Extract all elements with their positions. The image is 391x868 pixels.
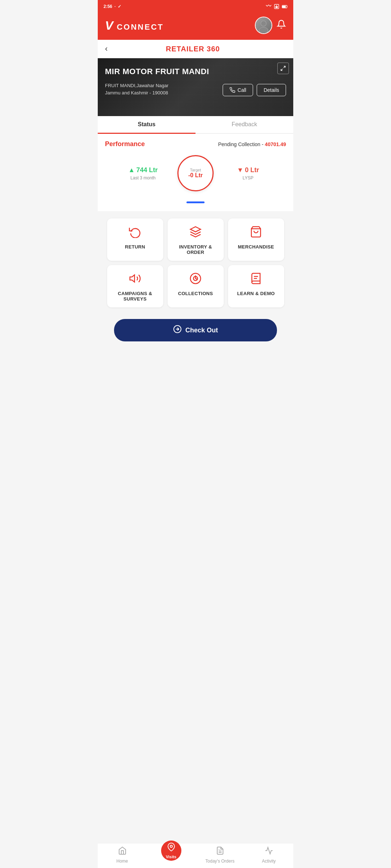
action-collections[interactable]: COLLECTIONS [168,265,224,307]
tab-feedback[interactable]: Feedback [196,116,293,134]
back-button[interactable]: ‹ [105,44,108,54]
expand-button[interactable] [277,63,289,74]
progress-indicator [105,199,286,208]
action-campaigns-surveys[interactable]: CAMPAIGNS & SURVEYS [107,265,163,307]
metric-744-label: Last 3 month [109,175,177,180]
checkout-section: Check Out [98,319,293,352]
call-button[interactable]: Call [223,84,253,96]
svg-rect-1 [276,6,278,8]
app-logo: V CONNECT [105,18,164,33]
return-icon [129,226,141,241]
action-grid: RETURN INVENTORY & ORDER MERCHANDISE [98,211,293,319]
svg-rect-4 [282,6,286,8]
status-bar: 2:56 · ✓ [98,0,293,13]
metric-lysp-label: LYSP [214,175,282,180]
learn-demo-label: LEARN & DEMO [237,291,275,296]
progress-bar [186,201,205,203]
status-icons [266,4,287,9]
notification-bell-icon[interactable] [277,20,286,31]
checkout-icon [173,325,182,336]
svg-marker-13 [130,275,135,282]
return-label: RETURN [125,244,145,250]
checkout-button[interactable]: Check Out [114,319,277,341]
metric-lysp: ▼ 0 Ltr LYSP [214,166,282,180]
details-button[interactable]: Details [257,84,286,96]
pending-amount: 40701.49 [265,141,286,147]
tab-bar: Status Feedback [98,116,293,134]
merchandise-label: MERCHANDISE [238,244,274,250]
app-header: V CONNECT [98,13,293,40]
merchandise-icon [250,226,262,241]
tab-status[interactable]: Status [98,116,196,134]
action-merchandise[interactable]: MERCHANDISE [228,218,284,261]
svg-marker-11 [190,227,201,232]
pending-collection: Pending Collection - 40701.49 [218,141,286,147]
svg-line-9 [283,66,285,68]
page-title: RETAILER 360 [110,45,275,53]
learn-demo-icon [250,272,262,287]
target-circle: Target -0 Ltr [177,155,214,191]
inventory-order-icon [189,226,202,241]
metric-lysp-value: 0 Ltr [245,166,259,174]
target-value: -0 Ltr [188,172,203,179]
target-label: Target [190,168,201,172]
nav-bar: ‹ RETAILER 360 [98,40,293,58]
performance-section: Performance Pending Collection - 40701.4… [98,134,293,211]
collections-icon [189,272,202,287]
collections-label: COLLECTIONS [178,291,213,296]
store-address: FRUIT MANDI,Jawahar Nagar Jammu and Kash… [105,82,168,96]
performance-title: Performance [105,140,145,148]
store-name: MIR MOTOR FRUIT MANDI [105,67,286,76]
campaigns-surveys-icon [129,272,141,287]
call-label: Call [237,87,246,93]
svg-point-7 [261,21,266,26]
checkout-label: Check Out [185,327,218,334]
campaigns-surveys-label: CAMPAIGNS & SURVEYS [112,291,159,302]
svg-line-10 [281,69,283,71]
action-return[interactable]: RETURN [107,218,163,261]
user-avatar[interactable] [255,17,272,34]
action-learn-demo[interactable]: LEARN & DEMO [228,265,284,307]
action-inventory-order[interactable]: INVENTORY & ORDER [168,218,224,261]
inventory-order-label: INVENTORY & ORDER [172,244,219,255]
store-card: MIR MOTOR FRUIT MANDI FRUIT MANDI,Jawaha… [98,58,293,116]
status-time: 2:56 · ✓ [104,4,121,9]
metric-744-value: 744 Ltr [136,166,157,174]
metric-last3month: ▲ 744 Ltr Last 3 month [109,166,177,180]
